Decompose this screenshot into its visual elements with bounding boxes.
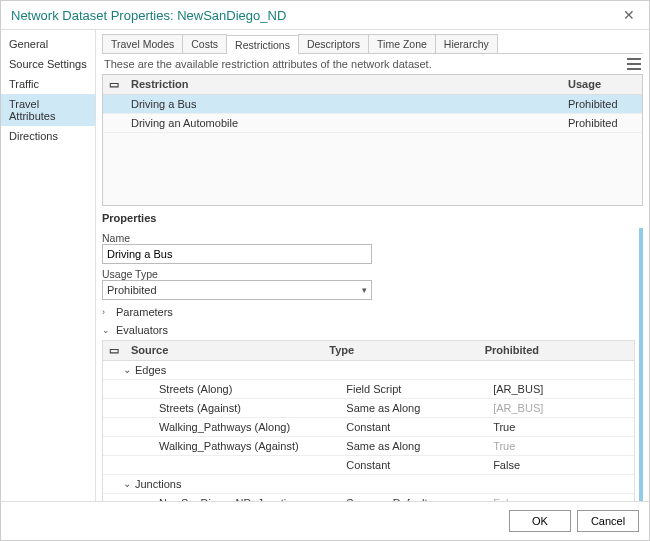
sidebar: GeneralSource SettingsTrafficTravel Attr… <box>1 30 96 501</box>
sidebar-item[interactable]: Source Settings <box>1 54 95 74</box>
row-icon <box>103 456 125 474</box>
sidebar-item[interactable]: General <box>1 34 95 54</box>
table-row[interactable]: Walking_Pathways (Along)ConstantTrue <box>103 418 634 437</box>
evaluators-expander[interactable]: ⌄ Evaluators <box>102 324 635 336</box>
evaluator-section[interactable]: Junctions <box>103 475 634 494</box>
row-icon <box>103 437 125 455</box>
table-row[interactable]: Streets (Against)Same as Along[AR_BUS] <box>103 399 634 418</box>
cell-type: Same as Default <box>340 494 487 501</box>
cell-type: Same as Along <box>340 437 487 455</box>
cell-prohibited: False <box>487 456 634 474</box>
sidebar-item[interactable]: Travel Attributes <box>1 94 95 126</box>
tab[interactable]: Hierarchy <box>435 34 498 53</box>
restrictions-grid-body[interactable]: Driving a BusProhibitedDriving an Automo… <box>103 95 642 205</box>
col-header-restriction[interactable]: Restriction <box>125 75 562 94</box>
chat-icon: ▭ <box>103 75 125 94</box>
cell-restriction: Driving a Bus <box>125 95 562 113</box>
evaluators-label: Evaluators <box>116 324 168 336</box>
cell-source: Walking_Pathways (Against) <box>125 437 340 455</box>
table-row[interactable]: Driving a BusProhibited <box>103 95 642 114</box>
usage-type-value: Prohibited <box>107 284 157 296</box>
row-icon <box>103 380 125 398</box>
usage-type-label: Usage Type <box>102 268 635 280</box>
cell-source: Walking_Pathways (Along) <box>125 418 340 436</box>
cell-source: NewSanDiego_ND_Junctions <box>125 494 340 501</box>
table-row[interactable]: Walking_Pathways (Against)Same as AlongT… <box>103 437 634 456</box>
tab[interactable]: Restrictions <box>226 35 299 54</box>
table-row[interactable]: NewSanDiego_ND_JunctionsSame as DefaultF… <box>103 494 634 501</box>
evaluator-section[interactable]: Edges <box>103 361 634 380</box>
restrictions-grid: ▭ Restriction Usage Driving a BusProhibi… <box>102 74 643 206</box>
usage-type-select[interactable]: Prohibited ▾ <box>102 280 372 300</box>
cell-type: Constant <box>340 456 487 474</box>
cell-type: Field Script <box>340 380 487 398</box>
row-icon <box>103 95 125 113</box>
properties-scroll[interactable]: Name Usage Type Prohibited ▾ › Parameter… <box>102 228 643 501</box>
col-header-usage[interactable]: Usage <box>562 75 642 94</box>
tab[interactable]: Travel Modes <box>102 34 183 53</box>
sidebar-item[interactable]: Directions <box>1 126 95 146</box>
restrictions-grid-header: ▭ Restriction Usage <box>103 75 642 95</box>
cell-prohibited: True <box>487 437 634 455</box>
dialog: Network Dataset Properties: NewSanDiego_… <box>0 0 650 541</box>
menu-icon[interactable] <box>627 58 641 70</box>
tab[interactable]: Costs <box>182 34 227 53</box>
evaluators-grid: ▭ Source Type Prohibited EdgesStreets (A… <box>102 340 635 501</box>
evaluators-grid-body: EdgesStreets (Along)Field Script[AR_BUS]… <box>103 361 634 501</box>
col-header-type[interactable]: Type <box>323 341 478 360</box>
sidebar-item[interactable]: Traffic <box>1 74 95 94</box>
name-input[interactable] <box>102 244 372 264</box>
cell-source: Streets (Against) <box>125 399 340 417</box>
tab[interactable]: Descriptors <box>298 34 369 53</box>
cell-usage: Prohibited <box>562 114 642 132</box>
cell-prohibited: [AR_BUS] <box>487 399 634 417</box>
chevron-down-icon: ⌄ <box>102 325 112 335</box>
row-icon <box>103 399 125 417</box>
parameters-label: Parameters <box>116 306 173 318</box>
row-icon <box>103 114 125 132</box>
table-row[interactable]: Streets (Along)Field Script[AR_BUS] <box>103 380 634 399</box>
chevron-down-icon: ▾ <box>362 285 367 295</box>
cell-type: Constant <box>340 418 487 436</box>
main-panel: Travel ModesCostsRestrictionsDescriptors… <box>96 30 649 501</box>
cell-type: Same as Along <box>340 399 487 417</box>
cell-prohibited: [AR_BUS] <box>487 380 634 398</box>
description-row: These are the available restriction attr… <box>102 54 643 74</box>
dialog-footer: OK Cancel <box>1 501 649 540</box>
parameters-expander[interactable]: › Parameters <box>102 306 635 318</box>
description-text: These are the available restriction attr… <box>104 58 432 70</box>
dialog-title: Network Dataset Properties: NewSanDiego_… <box>11 8 286 23</box>
properties-heading: Properties <box>102 212 643 224</box>
cell-source: Streets (Along) <box>125 380 340 398</box>
table-row[interactable]: Driving an AutomobileProhibited <box>103 114 642 133</box>
cell-prohibited: False <box>487 494 634 501</box>
cell-restriction: Driving an Automobile <box>125 114 562 132</box>
cancel-button[interactable]: Cancel <box>577 510 639 532</box>
table-row[interactable]: ConstantFalse <box>103 456 634 475</box>
titlebar: Network Dataset Properties: NewSanDiego_… <box>1 1 649 30</box>
ok-button[interactable]: OK <box>509 510 571 532</box>
tab[interactable]: Time Zone <box>368 34 436 53</box>
name-label: Name <box>102 232 635 244</box>
col-header-source[interactable]: Source <box>125 341 323 360</box>
row-icon <box>103 418 125 436</box>
evaluators-grid-header: ▭ Source Type Prohibited <box>103 341 634 361</box>
cell-source <box>125 456 340 474</box>
close-icon[interactable]: ✕ <box>619 7 639 23</box>
cell-prohibited: True <box>487 418 634 436</box>
chat-icon: ▭ <box>103 341 125 360</box>
tab-strip: Travel ModesCostsRestrictionsDescriptors… <box>102 34 643 54</box>
dialog-body: GeneralSource SettingsTrafficTravel Attr… <box>1 30 649 501</box>
row-icon <box>103 494 125 501</box>
cell-usage: Prohibited <box>562 95 642 113</box>
chevron-right-icon: › <box>102 307 112 317</box>
col-header-prohibited[interactable]: Prohibited <box>479 341 634 360</box>
